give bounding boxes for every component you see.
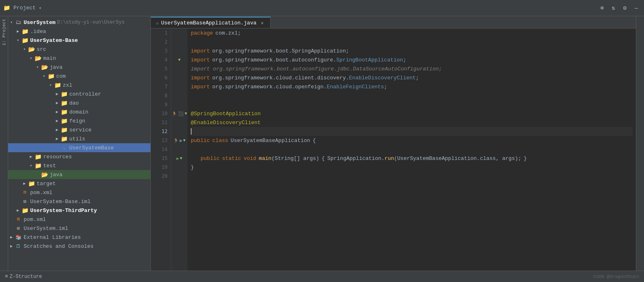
folder-icon-controller: 📁: [60, 90, 68, 98]
arrow-feign: ▶: [54, 118, 60, 123]
code-line-14: [191, 145, 633, 154]
sidebar-item-thirdparty[interactable]: ▶ 📁 UserSystem-ThirdParty: [8, 206, 150, 215]
folder-icon-utils: 📁: [60, 135, 68, 142]
sidebar-item-zxl[interactable]: ▾ 📁 zxl: [8, 81, 150, 90]
label-pom2: pom.xml: [24, 216, 46, 223]
line-num-8: 8: [151, 91, 171, 100]
sidebar-item-resources[interactable]: ▶ 📁 resources: [8, 152, 150, 161]
gutter-run-15[interactable]: ▶: [176, 156, 179, 161]
code-line-13: public class UserSyatemBaseApplication {: [191, 136, 633, 145]
sidebar-item-scratches[interactable]: ▶ 🗒 Scratches and Consoles: [8, 242, 150, 251]
arrow-utils: ▶: [54, 136, 60, 141]
sidebar-item-usersystem[interactable]: ▾ 🗂 UserSystem D:\study-yi-xun\UserSys: [8, 18, 150, 27]
sidebar-item-pom1[interactable]: m pom.xml: [8, 188, 150, 197]
sidebar-item-pom2[interactable]: m pom.xml: [8, 215, 150, 224]
iml-icon-usersystemiml: ⊞: [15, 225, 22, 232]
gutter-fold-15[interactable]: ▼: [180, 156, 182, 161]
right-strip: [636, 16, 644, 271]
label-extlibs: External Libraries: [24, 234, 81, 240]
gutter-fold-4[interactable]: ▼: [178, 58, 181, 62]
sidebar-item-extlibs[interactable]: ▶ 📚 External Libraries: [8, 233, 150, 242]
label-java: java: [50, 64, 62, 70]
sidebar-item-java[interactable]: ▾ 📂 java: [8, 63, 150, 72]
folder-icon-resources: 📁: [34, 153, 42, 160]
project-side-label[interactable]: 1: Project: [1, 16, 7, 48]
kw-static-15: static: [222, 155, 241, 162]
sidebar-item-controller[interactable]: ▶ 📁 controller: [8, 90, 150, 98]
tab-java-icon: ☕: [156, 20, 159, 26]
arrow-usersystem: ▾: [8, 20, 15, 25]
sidebar-item-target[interactable]: ▶ 📁 target: [8, 179, 150, 188]
gutter-run-10a[interactable]: 🏃: [172, 111, 177, 116]
gutter-fold-13[interactable]: ▼: [183, 138, 185, 143]
sidebar-item-usersystemiml[interactable]: ⊞ UserSystem.iml: [8, 224, 150, 233]
line-num-12: 12: [151, 127, 171, 136]
arrow-zxl: ▾: [47, 83, 54, 87]
import-class-7: EnableFeignClients: [327, 84, 384, 90]
closing-brace: }: [191, 164, 194, 171]
minimize-icon[interactable]: —: [632, 4, 641, 13]
sidebar-item-main[interactable]: ▾ 📂 main: [8, 54, 150, 63]
tab-usersyatembaseapp[interactable]: ☕ UserSyatemBaseApplication.java ✕: [151, 17, 271, 28]
sidebar-item-usersyatem-base[interactable]: ▾ 📁 UserSyatem-Base: [8, 36, 150, 45]
label-usersystemiml: UserSystem.iml: [24, 225, 68, 232]
structure-panel-item[interactable]: ≡ Z-Structure: [5, 273, 42, 280]
label-zxl: zxl: [63, 82, 72, 88]
sidebar-item-test-java[interactable]: 📂 java: [8, 170, 150, 179]
brace-open-13: {: [313, 138, 316, 144]
sidebar-item-idea[interactable]: ▶ 📁 .idea: [8, 27, 150, 36]
sidebar-item-dao[interactable]: ▶ 📁 dao: [8, 98, 150, 107]
code-line-10: @SpringBootApplication: [191, 109, 633, 118]
sidebar-item-test[interactable]: ▾ 📁 test: [8, 161, 150, 170]
settings-icon[interactable]: ⚙: [620, 4, 629, 13]
code-line-6: import org.springframework.cloud.client.…: [191, 73, 633, 82]
sidebar-item-utils[interactable]: ▶ 📁 utils: [8, 134, 150, 143]
gutter-run-13a[interactable]: 🏃: [173, 138, 179, 143]
arrow-dao: ▶: [54, 101, 60, 105]
toolbar-dropdown-icon[interactable]: ▾: [39, 6, 42, 11]
text-cursor: [191, 128, 192, 135]
label-pom1: pom.xml: [30, 190, 53, 196]
line-num-4: 4: [151, 55, 171, 64]
code-line-3: import org.springframework.boot.SpringAp…: [191, 46, 633, 55]
sidebar-item-domain[interactable]: ▶ 📁 domain: [8, 107, 150, 116]
label-feign: feign: [69, 118, 85, 124]
package-name: com.zxl: [216, 30, 238, 36]
code-line-12: [191, 127, 633, 136]
tab-close-button[interactable]: ✕: [259, 20, 265, 26]
extlib-icon: 📚: [15, 234, 22, 241]
code-line-1: package com.zxl ;: [191, 28, 633, 37]
label-usersyatem-base: UserSyatem-Base: [30, 37, 78, 44]
bottom-panel: ≡ Z-Structure CSDN @DragonZhuCn: [0, 271, 644, 282]
sidebar-item-usersyatembaseapp[interactable]: ☕ UserSyatemBase: [8, 143, 150, 152]
import-disabled-5: import org.springframework.boot.autoconf…: [191, 66, 442, 72]
sidebar-item-src[interactable]: ▾ 📂 src: [8, 45, 150, 54]
java-file-icon-usersyatembaseapp: ☕: [60, 144, 68, 151]
gutter-row-7: [171, 82, 187, 91]
springapp-run: SpringApplication.: [327, 155, 384, 162]
gutter-row-15: ▶ ▼: [171, 154, 187, 163]
folder-icon-java: 📂: [41, 63, 48, 71]
gutter-run-13b[interactable]: ▶: [180, 138, 183, 143]
arrow-src: ▾: [21, 47, 28, 52]
arrow-com: ▾: [41, 74, 47, 79]
collapse-icon[interactable]: ⇅: [609, 4, 618, 13]
project-icon: 📁: [3, 4, 10, 11]
toolbar-icons: ⊕ ⇅ ⚙ —: [598, 4, 641, 13]
gutter-fold-10[interactable]: ▼: [185, 111, 187, 116]
import-pkg-3: org.springframework.boot.SpringApplicati…: [212, 48, 349, 54]
toolbar-project-label[interactable]: Project: [13, 5, 36, 11]
arrow-main: ▾: [28, 56, 34, 61]
code-content[interactable]: package com.zxl ; import org.springframe…: [187, 28, 636, 271]
sidebar-item-feign[interactable]: ▶ 📁 feign: [8, 116, 150, 125]
kw-import-3: import: [191, 48, 210, 54]
sidebar-item-baseiml[interactable]: ⊞ UserSyatem-Base.iml: [8, 197, 150, 206]
gutter: ▼ 🏃 ⬛ ▼ 🏃 ▶ ▼: [171, 28, 187, 271]
sidebar-tree: ▾ 🗂 UserSystem D:\study-yi-xun\UserSys ▶…: [8, 16, 150, 271]
sidebar-item-service[interactable]: ▶ 📁 service: [8, 125, 150, 134]
sidebar-item-com[interactable]: ▾ 📁 com: [8, 72, 150, 81]
path-usersystem: D:\study-yi-xun\UserSys: [57, 20, 125, 25]
iml-icon-baseiml: ⊞: [21, 198, 29, 205]
gutter-run-10b[interactable]: ⬛: [178, 111, 184, 116]
add-bookmark-icon[interactable]: ⊕: [598, 4, 607, 13]
